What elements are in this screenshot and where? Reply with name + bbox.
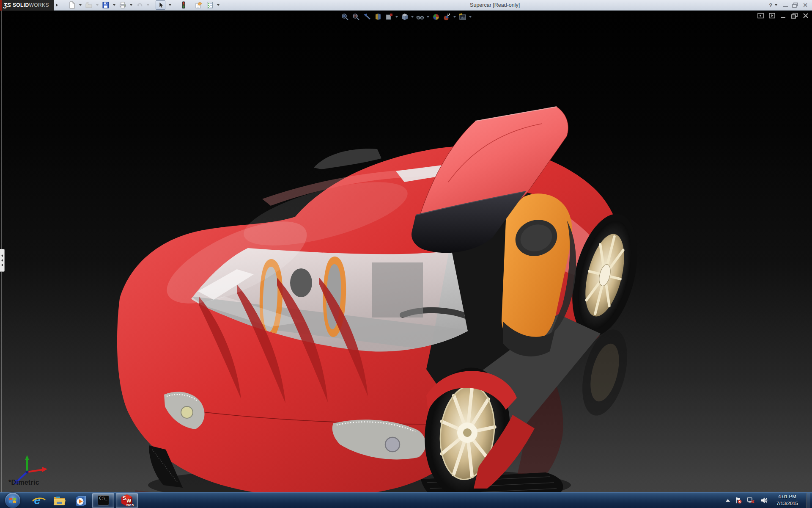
ie-ring [32,497,46,503]
clock-date: 7/13/2015 [776,500,798,507]
volume-icon[interactable] [760,497,768,504]
brand-solid: SOLID [13,2,29,8]
zoom-to-area-button[interactable] [351,12,360,21]
select-tool-button[interactable] [156,0,165,10]
graphics-viewport[interactable]: *Dimetric [0,11,812,492]
print-dropdown[interactable] [130,4,132,6]
save-button[interactable] [101,0,111,10]
title-bar: ƷS SOLIDWORKS [0,0,812,11]
view-orientation-button[interactable] [400,12,409,21]
sw-year: 2015 [126,503,134,507]
folder-icon [53,495,66,506]
zoom-to-fit-icon [341,13,349,21]
edit-appearance-button[interactable] [442,12,451,21]
taskbar-clock[interactable]: 4:01 PM 7/13/2015 [773,494,801,507]
restore-document-icon[interactable] [791,13,798,19]
minimize-document-icon[interactable] [780,13,786,19]
close-document-icon[interactable] [803,13,809,19]
minimize-button[interactable] [783,6,788,7]
view-settings-button[interactable] [431,12,440,21]
view-orientation-cube-icon [401,13,409,21]
edit-appearance-dropdown[interactable] [453,16,456,18]
flyout-arrow-icon [56,3,58,7]
sw-letter-s: S [123,495,126,501]
command-prompt-icon: C:\_ [98,495,109,505]
zoom-to-area-icon [352,13,360,21]
open-folder-icon [85,1,93,9]
checklist-dropdown[interactable] [217,4,219,6]
annotation-views-dropdown[interactable] [395,16,398,18]
headsup-view-toolbar [340,12,472,21]
new-dropdown[interactable] [79,4,82,6]
start-button[interactable] [5,493,20,508]
show-hidden-icons-button[interactable] [726,499,730,502]
system-tray: 4:01 PM 7/13/2015 [726,493,812,508]
new-document-icon [68,1,76,9]
taskbar-solidworks[interactable]: S W 2015 [116,493,138,508]
checklist-icon [206,1,214,9]
supercar-3d-model [0,11,812,492]
windows-logo-icon [8,496,17,505]
view-orientation-dropdown[interactable] [411,16,414,18]
edit-appearance-icon [443,13,451,21]
apply-scene-dropdown[interactable] [469,16,472,18]
cmd-text: C:\_ [99,497,107,500]
action-center-icon[interactable] [735,497,742,504]
dock-right-icon[interactable] [769,13,775,19]
new-document-button[interactable] [67,0,77,10]
annotation-views-button[interactable] [384,12,393,21]
pane-arrow-icon [1,264,3,266]
edit-hand-icon [195,1,203,9]
dock-left-icon[interactable] [757,13,764,19]
section-view-icon [374,13,382,21]
apply-scene-button[interactable] [458,12,467,21]
view-settings-sphere-icon [432,13,440,21]
hide-show-items-dropdown[interactable] [427,16,429,18]
select-dropdown-button[interactable] [166,0,174,10]
pane-arrow-icon [1,254,3,257]
previous-view-icon [363,13,371,21]
close-button[interactable]: ✕ [803,2,808,8]
window-controls: ? ✕ [769,2,812,8]
open-document-button[interactable] [84,0,94,10]
media-player-icon [75,495,87,506]
undo-button[interactable] [134,0,145,10]
eyeglasses-icon [416,13,425,21]
internet-explorer-icon: e [34,495,40,506]
taskbar-windows-explorer[interactable] [48,493,70,508]
annotation-views-icon [385,13,393,21]
open-dropdown[interactable] [96,4,99,6]
zoom-to-fit-button[interactable] [340,12,349,21]
windows-taskbar: e C:\_ S [0,492,812,508]
help-dropdown[interactable] [775,4,777,6]
solidworks-2015-icon: S W 2015 [121,494,133,507]
undo-dropdown[interactable] [147,4,149,6]
help-button[interactable]: ? [769,2,772,8]
hide-show-items-button[interactable] [416,12,425,21]
network-disconnected-icon[interactable] [747,497,755,504]
standard-toolbar [67,0,221,10]
taskbar-internet-explorer[interactable]: e [26,493,48,508]
show-desktop-button[interactable] [806,493,810,508]
print-button[interactable] [118,0,128,10]
select-dropdown [169,4,171,6]
select-cursor-icon [157,2,164,9]
edit-markup-button[interactable] [193,0,204,10]
save-dropdown[interactable] [113,4,115,6]
collapsed-pane-tab[interactable] [0,249,5,272]
solidworks-logo-mark: ƷS [3,2,11,8]
clock-time: 4:01 PM [776,494,798,500]
taskbar-command-prompt[interactable]: C:\_ [92,493,114,508]
save-floppy-icon [102,1,110,9]
print-icon [119,1,126,9]
menu-flyout-button[interactable] [54,0,59,11]
logo-red-strip [0,0,2,11]
taskbar-media-player[interactable] [70,493,92,508]
design-checklist-button[interactable] [205,0,215,10]
previous-view-button[interactable] [362,12,371,21]
restore-button[interactable] [792,3,798,8]
traffic-light-icon [180,1,187,9]
window-title: Supercar [Read-only] [221,2,769,8]
traffic-light-button[interactable] [179,0,188,10]
section-view-button[interactable] [373,12,382,21]
